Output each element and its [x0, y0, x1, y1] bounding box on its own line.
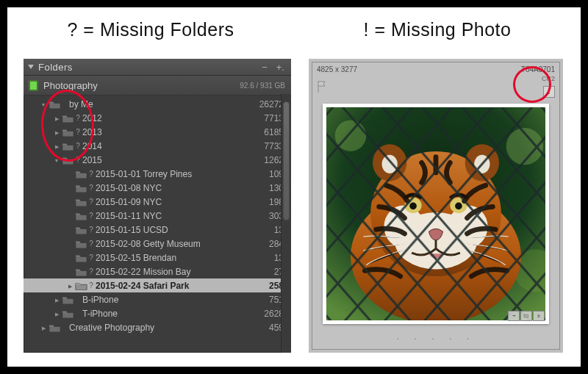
folder-name: 2015-02-22 Mission Bay: [94, 267, 271, 277]
folder-icon: [74, 212, 88, 220]
folder-icon: [74, 184, 88, 193]
folder-icon: [60, 309, 75, 318]
missing-mark-icon: ?: [75, 114, 81, 122]
missing-mark-icon: ?: [88, 253, 94, 262]
folder-name: 2015-01-11 NYC: [94, 211, 266, 221]
folder-row-selected[interactable]: ?2015-02-24 Safari Park258: [24, 278, 291, 292]
missing-mark-icon: ?: [88, 198, 94, 206]
folder-icon: [74, 170, 88, 179]
rating-dots[interactable]: · · · · ·: [312, 332, 559, 344]
folder-name: 2015-02-08 Getty Museum: [94, 239, 266, 249]
folder-count: 26272: [257, 99, 284, 109]
flag-icon[interactable]: [317, 80, 327, 93]
remove-folder-button[interactable]: −: [259, 62, 270, 73]
scrollbar-thumb[interactable]: [283, 101, 290, 220]
folder-name: T-iPhone: [81, 309, 261, 319]
title-missing-photo: ! = Missing Photo: [294, 19, 581, 48]
disclosure-right-icon[interactable]: [53, 143, 60, 150]
disclosure-right-icon[interactable]: [53, 129, 60, 136]
volume-name: Photography: [43, 80, 234, 91]
missing-mark-icon: ?: [88, 240, 94, 248]
volume-row[interactable]: Photography 92.6 / 931 GB: [24, 76, 291, 96]
disclosure-down-icon: [28, 65, 34, 69]
scrollbar[interactable]: [281, 94, 291, 353]
folder-name: 2014: [81, 141, 261, 151]
missing-mark-icon: ?: [88, 281, 94, 290]
folders-panel: Folders − +. Photography 92.6 / 931 GB b…: [24, 59, 291, 353]
folder-name: 2015-01-01 Torrey Pines: [94, 169, 266, 179]
folder-row[interactable]: ?20127713: [24, 111, 291, 125]
missing-photo-badge[interactable]: !: [543, 86, 555, 98]
missing-mark-icon: ?: [88, 212, 94, 220]
svg-rect-17: [326, 107, 545, 320]
photo-cell[interactable]: 4825 x 3277 T84A0701 CR2 !: [309, 59, 563, 353]
titles: ? = Missing Folders ! = Missing Photo: [7, 19, 581, 48]
folder-row[interactable]: ?20136185: [24, 125, 291, 139]
photo-extension: CR2: [542, 75, 555, 82]
folder-name: by Me: [68, 99, 257, 109]
missing-mark-icon: ?: [75, 142, 81, 150]
missing-mark-icon: ?: [88, 170, 94, 178]
folder-icon: [74, 267, 88, 276]
disclosure-down-icon[interactable]: [53, 157, 60, 164]
comparison-frame: ? = Missing Folders ! = Missing Photo Fo…: [0, 0, 588, 374]
folder-name: Creative Photography: [68, 323, 266, 333]
folder-name: B-iPhone: [81, 295, 266, 305]
folder-name: 2015: [81, 155, 261, 165]
folder-name: 2015-01-08 NYC: [94, 183, 266, 193]
folder-icon: [60, 142, 75, 151]
crop-badge-icon[interactable]: ▭: [520, 311, 532, 321]
volume-status-led-icon: [29, 81, 37, 90]
folder-row[interactable]: ?2015-02-22 Mission Bay27: [24, 265, 291, 278]
missing-mark-icon: ?: [88, 267, 94, 276]
thumbnail-frame: [323, 104, 549, 324]
folder-row[interactable]: ?2015-02-15 Brendan13: [24, 251, 291, 265]
folder-icon: [74, 226, 88, 234]
folders-panel-header[interactable]: Folders − +.: [24, 59, 291, 76]
folder-row[interactable]: ?2015-01-15 UCSD13: [24, 223, 291, 237]
folder-row[interactable]: Creative Photography459: [24, 320, 291, 334]
folder-row[interactable]: ?2015-01-08 NYC130: [24, 181, 291, 195]
missing-mark-icon: ?: [75, 128, 81, 136]
thumbnail-image[interactable]: [326, 107, 545, 320]
folder-name: 2015-02-24 Safari Park: [94, 281, 266, 291]
folder-icon: [74, 281, 88, 290]
folder-name: 2012: [81, 113, 261, 123]
title-missing-folders: ? = Missing Folders: [7, 19, 294, 48]
folder-row[interactable]: B-iPhone751: [24, 292, 291, 306]
folder-icon: [74, 253, 88, 262]
folder-row[interactable]: ?20147733: [24, 139, 291, 153]
folder-row[interactable]: by Me26272: [24, 97, 291, 111]
develop-badge-icon[interactable]: ±: [533, 311, 545, 321]
folder-icon: [47, 323, 62, 332]
folder-name: 2015-01-09 NYC: [94, 197, 266, 207]
disclosure-right-icon[interactable]: [40, 324, 47, 331]
photo-filename: T84A0701: [521, 65, 555, 73]
missing-mark-icon: ?: [75, 156, 81, 164]
folder-icon: [74, 198, 88, 206]
folder-icon: [60, 156, 75, 165]
disclosure-right-icon[interactable]: [53, 296, 60, 303]
disclosure-down-icon[interactable]: [40, 101, 47, 108]
keywords-badge-icon[interactable]: ⌁: [508, 311, 520, 321]
thumbnail-badges: ⌁ ▭ ±: [508, 311, 545, 321]
folders-panel-title: Folders: [38, 62, 255, 73]
folder-row[interactable]: ?2015-02-08 Getty Museum284: [24, 237, 291, 251]
photo-dimensions: 4825 x 3277: [317, 65, 357, 73]
folder-row[interactable]: ?2015-01-09 NYC198: [24, 195, 291, 209]
missing-mark-icon: ?: [88, 184, 94, 192]
folder-icon: [60, 128, 75, 137]
folder-row[interactable]: ?2015-01-11 NYC303: [24, 209, 291, 223]
add-folder-button[interactable]: +.: [274, 62, 287, 73]
folder-row[interactable]: ?2015-01-01 Torrey Pines109: [24, 167, 291, 181]
folder-row[interactable]: T-iPhone2628: [24, 306, 291, 320]
folder-row[interactable]: ?20151262: [24, 153, 291, 167]
disclosure-right-icon[interactable]: [66, 282, 74, 290]
disclosure-right-icon[interactable]: [53, 115, 60, 122]
folder-name: 2015-01-15 UCSD: [94, 225, 271, 235]
missing-mark-icon: ?: [88, 226, 94, 234]
folder-tree: by Me26272?20127713?20136185?20147733?20…: [24, 96, 291, 337]
disclosure-right-icon[interactable]: [53, 310, 60, 317]
folder-icon: [60, 295, 75, 304]
folder-icon: [60, 114, 75, 123]
